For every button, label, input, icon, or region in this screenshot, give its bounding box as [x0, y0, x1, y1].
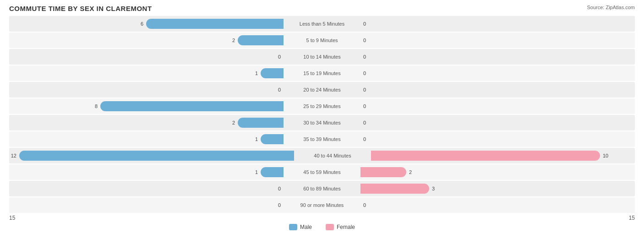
row-label: 45 to 59 Minutes [285, 169, 359, 175]
table-row: 0 90 or more Minutes 0 [9, 197, 635, 213]
female-value: 0 [363, 120, 371, 125]
male-bar [261, 68, 284, 78]
row-label: Less than 5 Minutes [285, 21, 359, 27]
table-row: 8 25 to 29 Minutes 0 [9, 98, 635, 114]
legend-female: Female [326, 224, 355, 230]
row-label: 5 to 9 Minutes [285, 38, 359, 43]
male-bar [238, 118, 284, 128]
table-row: 6 Less than 5 Minutes 0 [9, 16, 635, 32]
left-section: 1 [9, 134, 285, 144]
x-axis: 15 15 [9, 215, 635, 221]
table-row: 12 40 to 44 Minutes 10 [9, 148, 635, 163]
right-section: 0 [359, 101, 635, 111]
left-section: 2 [9, 35, 285, 45]
row-label: 20 to 24 Minutes [285, 87, 359, 92]
male-value: 1 [251, 136, 258, 142]
male-bar [100, 101, 284, 111]
right-section: 0 [359, 68, 635, 78]
male-value: 0 [273, 186, 281, 191]
female-value: 0 [363, 136, 371, 142]
legend: Male Female [9, 224, 635, 230]
male-value: 1 [251, 169, 258, 175]
row-label: 10 to 14 Minutes [285, 54, 359, 60]
female-value: 0 [363, 87, 371, 92]
chart-area: 6 Less than 5 Minutes 0 2 5 to 9 Minutes… [9, 16, 635, 213]
x-axis-left: 15 [9, 215, 15, 221]
row-label: 60 to 89 Minutes [285, 186, 359, 191]
left-section: 0 [9, 52, 285, 62]
female-value: 0 [363, 202, 371, 208]
male-value: 2 [228, 120, 235, 125]
row-label: 35 to 39 Minutes [285, 136, 359, 142]
female-value: 0 [363, 21, 371, 27]
male-value: 12 [9, 153, 16, 158]
right-section: 0 [359, 35, 635, 45]
left-section: 1 [9, 68, 285, 78]
legend-male: Male [289, 224, 312, 230]
table-row: 0 20 to 24 Minutes 0 [9, 82, 635, 98]
female-value: 0 [363, 71, 371, 76]
row-label: 90 or more Minutes [285, 202, 359, 208]
table-row: 2 5 to 9 Minutes 0 [9, 33, 635, 48]
left-section: 2 [9, 118, 285, 128]
male-value: 0 [273, 54, 281, 60]
row-label: 30 to 34 Minutes [285, 120, 359, 125]
right-section: 3 [359, 184, 635, 194]
right-section: 0 [359, 52, 635, 62]
row-label: 25 to 29 Minutes [285, 103, 359, 109]
male-bar [261, 134, 284, 144]
x-axis-right: 15 [629, 215, 635, 221]
male-value: 8 [90, 103, 98, 109]
male-bar [146, 19, 284, 29]
right-section: 0 [359, 19, 635, 29]
table-row: 1 15 to 19 Minutes 0 [9, 65, 635, 81]
row-label: 15 to 19 Minutes [285, 71, 359, 76]
female-value: 2 [409, 169, 416, 175]
female-value: 0 [363, 54, 371, 60]
right-section: 0 [359, 85, 635, 95]
female-bar [360, 167, 406, 177]
table-row: 2 30 to 34 Minutes 0 [9, 115, 635, 130]
male-legend-color [289, 224, 297, 230]
female-value: 3 [432, 186, 439, 191]
female-legend-label: Female [337, 224, 355, 230]
right-section: 0 [359, 200, 635, 210]
chart-title: COMMUTE TIME BY SEX IN CLAREMONT [9, 5, 635, 12]
right-section: 10 [369, 151, 635, 161]
female-value: 10 [603, 153, 610, 158]
right-section: 0 [359, 118, 635, 128]
left-section: 0 [9, 200, 285, 210]
chart-container: COMMUTE TIME BY SEX IN CLAREMONT Source:… [0, 0, 644, 239]
left-section: 0 [9, 184, 285, 194]
female-value: 0 [363, 38, 371, 43]
right-section: 2 [359, 167, 635, 177]
left-section: 8 [9, 101, 285, 111]
left-section: 1 [9, 167, 285, 177]
table-row: 0 60 to 89 Minutes 3 [9, 181, 635, 196]
table-row: 1 45 to 59 Minutes 2 [9, 164, 635, 180]
male-bar [238, 35, 284, 45]
right-section: 0 [359, 134, 635, 144]
table-row: 1 35 to 39 Minutes 0 [9, 131, 635, 147]
male-value: 2 [228, 38, 235, 43]
left-section: 6 [9, 19, 285, 29]
male-bar [261, 167, 284, 177]
male-value: 0 [273, 202, 281, 208]
female-bar [371, 151, 600, 161]
male-legend-label: Male [300, 224, 312, 230]
female-value: 0 [363, 103, 371, 109]
left-section: 12 [9, 151, 296, 161]
male-bar [19, 151, 294, 161]
source-label: Source: ZipAtlas.com [587, 5, 635, 10]
female-legend-color [326, 224, 334, 230]
male-value: 1 [251, 71, 258, 76]
table-row: 0 10 to 14 Minutes 0 [9, 49, 635, 65]
row-label: 40 to 44 Minutes [296, 153, 369, 158]
male-value: 0 [273, 87, 281, 92]
male-value: 6 [136, 21, 143, 27]
female-bar [360, 184, 429, 194]
left-section: 0 [9, 85, 285, 95]
